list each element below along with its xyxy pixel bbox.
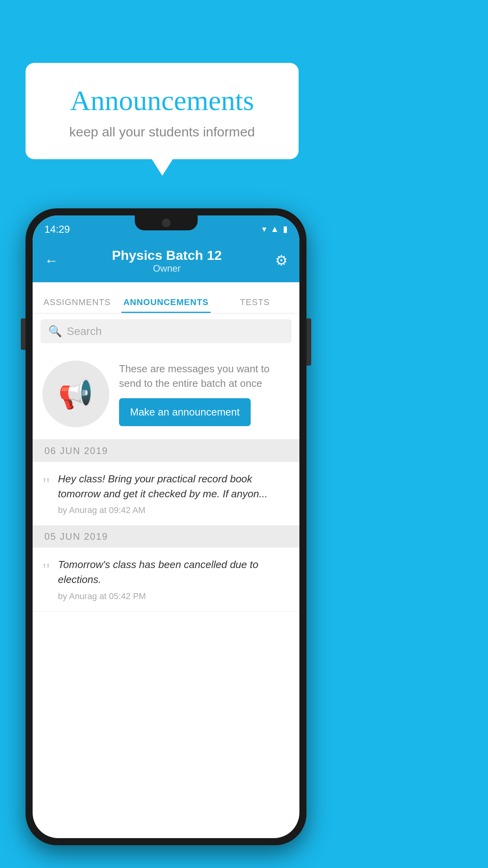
tab-bar: ASSIGNMENTS ANNOUNCEMENTS TESTS bbox=[33, 282, 299, 314]
gear-icon[interactable]: ⚙ bbox=[275, 252, 288, 269]
megaphone-circle: 📢 bbox=[42, 360, 109, 427]
speech-bubble: Announcements keep all your students inf… bbox=[26, 63, 299, 159]
announcement-meta-1: by Anurag at 09:42 AM bbox=[58, 505, 290, 515]
date-separator-2: 05 JUN 2019 bbox=[33, 526, 299, 548]
speech-bubble-wrapper: Announcements keep all your students inf… bbox=[26, 63, 299, 159]
back-button[interactable]: ← bbox=[44, 252, 59, 269]
phone-screen: 14:29 ▾ ▲ ▮ ← Physics Batch 12 Owner ⚙ A… bbox=[33, 215, 299, 838]
speech-bubble-subtitle: keep all your students informed bbox=[45, 124, 279, 140]
status-icons: ▾ ▲ ▮ bbox=[262, 224, 288, 234]
search-icon: 🔍 bbox=[48, 325, 62, 338]
announcement-cta: 📢 These are messages you want to send to… bbox=[33, 349, 299, 440]
announcement-item-1[interactable]: " Hey class! Bring your practical record… bbox=[33, 462, 299, 526]
announcement-text-2: Tomorrow's class has been cancelled due … bbox=[58, 557, 290, 587]
phone-outer: 14:29 ▾ ▲ ▮ ← Physics Batch 12 Owner ⚙ A… bbox=[26, 208, 306, 845]
announcement-content-2: Tomorrow's class has been cancelled due … bbox=[58, 557, 290, 601]
signal-icon: ▲ bbox=[270, 224, 279, 234]
phone-wrapper: 14:29 ▾ ▲ ▮ ← Physics Batch 12 Owner ⚙ A… bbox=[26, 208, 306, 845]
tab-announcements[interactable]: ANNOUNCEMENTS bbox=[121, 297, 210, 313]
announcement-text-1: Hey class! Bring your practical record b… bbox=[58, 472, 290, 501]
cta-right: These are messages you want to send to t… bbox=[119, 362, 290, 426]
phone-notch bbox=[135, 215, 198, 230]
tab-tests[interactable]: TESTS bbox=[211, 297, 299, 313]
search-bar: 🔍 Search bbox=[33, 314, 299, 349]
quote-icon-1: " bbox=[42, 475, 50, 494]
app-header: ← Physics Batch 12 Owner ⚙ bbox=[33, 239, 299, 282]
search-placeholder-text: Search bbox=[67, 325, 102, 338]
header-title: Physics Batch 12 bbox=[112, 248, 222, 263]
megaphone-icon: 📢 bbox=[58, 377, 94, 411]
wifi-icon: ▾ bbox=[262, 224, 266, 234]
search-input-wrapper[interactable]: 🔍 Search bbox=[40, 319, 292, 343]
battery-icon: ▮ bbox=[283, 224, 288, 234]
tab-assignments[interactable]: ASSIGNMENTS bbox=[33, 297, 121, 313]
content-area: 🔍 Search 📢 These are messages you want t… bbox=[33, 314, 299, 612]
announcement-content-1: Hey class! Bring your practical record b… bbox=[58, 472, 290, 515]
make-announcement-button[interactable]: Make an announcement bbox=[119, 398, 251, 426]
header-subtitle: Owner bbox=[112, 263, 222, 274]
announcement-meta-2: by Anurag at 05:42 PM bbox=[58, 591, 290, 601]
status-time: 14:29 bbox=[44, 223, 70, 235]
camera-dot bbox=[162, 219, 171, 227]
date-separator-1: 06 JUN 2019 bbox=[33, 440, 299, 462]
cta-description: These are messages you want to send to t… bbox=[119, 362, 290, 390]
announcement-item-2[interactable]: " Tomorrow's class has been cancelled du… bbox=[33, 548, 299, 611]
header-title-wrapper: Physics Batch 12 Owner bbox=[112, 248, 222, 274]
speech-bubble-title: Announcements bbox=[45, 85, 279, 117]
quote-icon-2: " bbox=[42, 561, 50, 579]
